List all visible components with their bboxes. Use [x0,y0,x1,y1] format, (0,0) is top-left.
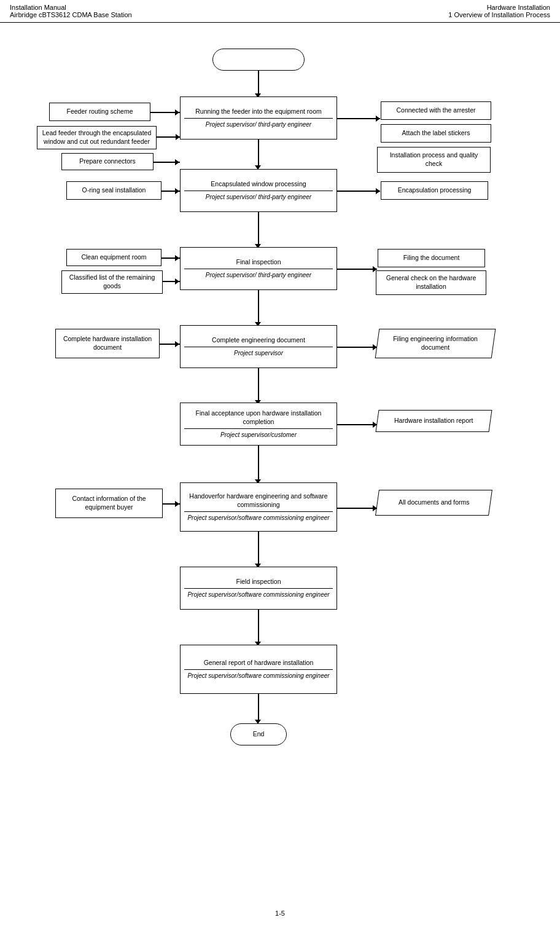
clean-room-box: Clean equipment room [66,249,161,266]
field-top: Field inspection [184,578,333,589]
prepare-connectors-label: Prepare connectors [79,157,136,166]
final-accept-top: Final acceptance upon hardware installat… [184,409,333,428]
general-report-top: General report of hardware installation [184,659,333,670]
hw-install-report-box: Hardware installation report [375,410,492,432]
section-subtitle: 1 Overview of Installation Process [448,11,550,18]
header: Installation Manual Airbridge cBTS3612 C… [0,0,560,23]
installation-quality-label: Installation process and quality check [381,151,486,168]
complete-hw-doc-box: Complete hardware installation document [55,329,160,358]
final-inspection-box: Final inspection Project supervisor/ thi… [180,247,337,290]
connected-arrester-label: Connected with the arrester [397,106,476,115]
running-feeder-bot: Project supervisor/ third-party engineer [206,120,311,128]
arrow-field-to-report [258,610,259,643]
final-accept-bot: Project supervisor/customer [220,431,297,439]
handover-mid: Project supervisor/software commissionin… [187,514,329,522]
filing-doc-box: Filing the document [378,249,485,267]
feeder-routing-label: Feeder routing scheme [67,108,133,116]
classified-list-box: Classified list of the remaining goods [61,270,163,294]
filing-eng-box: Filing engineering information document [375,329,496,358]
feeder-routing-box: Feeder routing scheme [49,103,150,121]
attach-label-label: Attach the label stickers [402,129,470,138]
arrowhead-to-encapsulation [376,188,380,194]
oring-label: O-ring seal installation [82,186,146,195]
arrow-handover-to-field [258,532,259,565]
encapsulation-label: Encapsulation processing [398,186,472,195]
general-check-box: General check on the hardware installati… [376,270,486,295]
encapsulated-box: Encapsulated window processing Project s… [180,169,337,212]
arrow-final-to-complete [258,290,259,324]
arrowhead-to-hw-report [373,422,377,428]
arrowhead-classified [175,278,179,285]
filing-doc-label: Filing the document [403,254,460,262]
previous-page-node [212,49,305,71]
handover-top: Handoverfor hardware engineering and sof… [184,492,333,511]
arrow-enc-to-final [258,212,259,246]
all-docs-box: All documents and forms [375,490,492,516]
handover-box: Handoverfor hardware engineering and sof… [180,482,337,532]
arrow-to-filing-eng [337,347,377,348]
arrowhead-prepare [175,159,179,165]
attach-label-box: Attach the label stickers [381,124,491,143]
encapsulated-bot: Project supervisor/ third-party engineer [206,193,311,201]
complete-eng-top: Complete engineering document [184,336,333,347]
final-inspection-top: Final inspection [184,258,333,269]
general-report-box: General report of hardware installation … [180,645,337,694]
prepare-connectors-box: Prepare connectors [61,153,154,170]
arrow-report-to-end [258,694,259,722]
running-feeder-box: Running the feeder into the equipment ro… [180,96,337,140]
complete-hw-doc-label: Complete hardware installation document [60,335,155,352]
final-inspection-bot: Project supervisor/ third-party engineer [206,271,311,279]
oring-box: O-ring seal installation [66,181,161,200]
installation-quality-box: Installation process and quality check [377,147,491,173]
arrow-to-encapsulation [337,191,380,192]
arrowhead-to-filing [373,266,377,272]
end-node: End [230,723,287,745]
product-name: Airbridge cBTS3612 CDMA Base Station [10,11,132,18]
arrow-prev-to-running [258,71,259,95]
arrow-complete-to-final-accept [258,368,259,402]
arrowhead-to-right1 [376,116,380,122]
arrowhead-clean [175,255,179,261]
arrowhead-to-filing-eng [373,344,377,350]
header-right: Hardware Installation 1 Overview of Inst… [448,4,550,18]
end-label: End [253,730,265,739]
arrow-to-hw-report [337,424,377,425]
arrow-to-filing [337,269,377,270]
filing-eng-label: Filing engineering information document [381,335,489,352]
running-feeder-top: Running the feeder into the equipment ro… [184,108,333,119]
field-bot: Project supervisor/software commissionin… [187,591,329,599]
encapsulation-box: Encapsulation processing [381,181,488,200]
general-check-label: General check on the hardware installati… [380,274,482,291]
arrow-to-right1 [337,118,380,119]
arrowhead-hw-doc [175,341,179,347]
complete-eng-box: Complete engineering document Project su… [180,325,337,368]
arrowhead-oring [175,188,179,194]
footer: 1-5 [0,905,560,922]
arrow-run-to-enc [258,140,259,167]
field-inspection-box: Field inspection Project supervisor/soft… [180,567,337,610]
arrowhead-lead-feeder [176,134,180,140]
arrowhead-to-all-docs [373,505,377,511]
arrowhead-feeder-routing [175,109,179,116]
general-report-bot: Project supervisor/software commissionin… [187,672,329,680]
arrow-final-accept-to-handover [258,446,259,481]
manual-title: Installation Manual [10,4,132,11]
arrowhead-contact [175,501,179,507]
complete-eng-bot: Project supervisor [234,349,283,357]
page-number: 1-5 [275,910,285,917]
lead-feeder-box: Lead feeder through the encapsulated win… [37,126,157,149]
contact-info-box: Contact information of the equipment buy… [55,489,163,518]
all-docs-label: All documents and forms [399,498,470,507]
contact-info-label: Contact information of the equipment buy… [60,495,158,511]
section-title: Hardware Installation [448,4,550,11]
connected-arrester-box: Connected with the arrester [381,101,491,120]
diagram: Running the feeder into the equipment ro… [0,23,560,920]
clean-room-label: Clean equipment room [81,253,146,262]
classified-list-label: Classified list of the remaining goods [66,273,158,290]
lead-feeder-label: Lead feeder through the encapsulated win… [41,129,152,146]
final-accept-box: Final acceptance upon hardware installat… [180,403,337,446]
hw-install-report-label: Hardware installation report [394,417,473,425]
header-left: Installation Manual Airbridge cBTS3612 C… [10,4,132,18]
encapsulated-top: Encapsulated window processing [184,180,333,191]
arrow-to-all-docs [337,508,377,509]
